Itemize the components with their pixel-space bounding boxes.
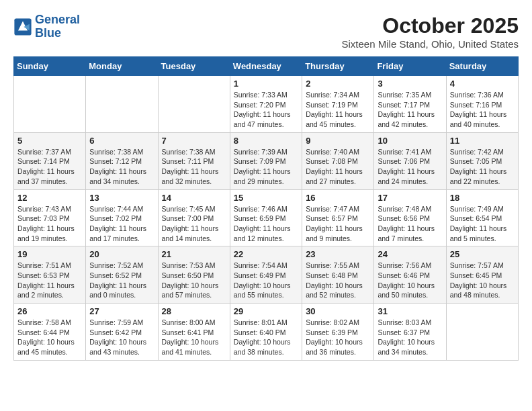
day-number: 8 bbox=[234, 136, 298, 146]
calendar-cell: 2Sunrise: 7:34 AM Sunset: 7:19 PM Daylig… bbox=[302, 76, 374, 133]
day-number: 13 bbox=[89, 193, 154, 203]
calendar-cell: 25Sunrise: 7:57 AM Sunset: 6:45 PM Dayli… bbox=[446, 246, 518, 304]
calendar-cell bbox=[158, 76, 230, 133]
day-info: Sunrise: 7:39 AM Sunset: 7:09 PM Dayligh… bbox=[234, 147, 298, 187]
day-number: 1 bbox=[234, 79, 298, 89]
page-header: General Blue October 2025 Sixteen Mile S… bbox=[13, 13, 519, 50]
week-row-3: 12Sunrise: 7:43 AM Sunset: 7:03 PM Dayli… bbox=[14, 189, 519, 246]
calendar-cell: 15Sunrise: 7:46 AM Sunset: 6:59 PM Dayli… bbox=[230, 189, 302, 246]
day-number: 3 bbox=[378, 79, 442, 89]
title-block: October 2025 Sixteen Mile Stand, Ohio, U… bbox=[342, 13, 519, 50]
day-info: Sunrise: 7:40 AM Sunset: 7:08 PM Dayligh… bbox=[306, 147, 370, 187]
day-info: Sunrise: 7:48 AM Sunset: 6:56 PM Dayligh… bbox=[378, 204, 442, 244]
day-number: 7 bbox=[162, 136, 226, 146]
calendar-cell: 12Sunrise: 7:43 AM Sunset: 7:03 PM Dayli… bbox=[14, 189, 86, 246]
calendar-cell: 24Sunrise: 7:56 AM Sunset: 6:46 PM Dayli… bbox=[374, 246, 446, 304]
day-number: 28 bbox=[162, 306, 226, 316]
logo-line1: General bbox=[35, 13, 80, 26]
location: Sixteen Mile Stand, Ohio, United States bbox=[342, 38, 519, 50]
calendar-cell bbox=[446, 304, 518, 361]
col-header-sunday: Sunday bbox=[14, 57, 86, 76]
calendar-cell: 17Sunrise: 7:48 AM Sunset: 6:56 PM Dayli… bbox=[374, 189, 446, 246]
calendar-cell: 21Sunrise: 7:53 AM Sunset: 6:50 PM Dayli… bbox=[158, 246, 230, 304]
calendar-cell: 27Sunrise: 7:59 AM Sunset: 6:42 PM Dayli… bbox=[86, 304, 158, 361]
day-info: Sunrise: 7:41 AM Sunset: 7:06 PM Dayligh… bbox=[378, 147, 442, 187]
calendar-cell: 8Sunrise: 7:39 AM Sunset: 7:09 PM Daylig… bbox=[230, 132, 302, 189]
day-info: Sunrise: 7:37 AM Sunset: 7:14 PM Dayligh… bbox=[17, 147, 82, 187]
calendar-table: SundayMondayTuesdayWednesdayThursdayFrid… bbox=[13, 56, 519, 361]
calendar-cell: 26Sunrise: 7:58 AM Sunset: 6:44 PM Dayli… bbox=[14, 304, 86, 361]
day-info: Sunrise: 7:56 AM Sunset: 6:46 PM Dayligh… bbox=[378, 261, 442, 300]
calendar-cell: 22Sunrise: 7:54 AM Sunset: 6:49 PM Dayli… bbox=[230, 246, 302, 304]
day-number: 2 bbox=[306, 79, 370, 89]
day-number: 9 bbox=[306, 136, 370, 146]
calendar-cell: 23Sunrise: 7:55 AM Sunset: 6:48 PM Dayli… bbox=[302, 246, 374, 304]
day-info: Sunrise: 7:54 AM Sunset: 6:49 PM Dayligh… bbox=[234, 261, 298, 300]
calendar-cell bbox=[14, 76, 86, 133]
col-header-wednesday: Wednesday bbox=[230, 57, 302, 76]
calendar-cell: 14Sunrise: 7:45 AM Sunset: 7:00 PM Dayli… bbox=[158, 189, 230, 246]
day-number: 21 bbox=[162, 249, 226, 259]
day-info: Sunrise: 7:51 AM Sunset: 6:53 PM Dayligh… bbox=[17, 261, 82, 300]
day-number: 4 bbox=[450, 79, 515, 89]
calendar-cell: 30Sunrise: 8:02 AM Sunset: 6:39 PM Dayli… bbox=[302, 304, 374, 361]
day-info: Sunrise: 7:47 AM Sunset: 6:57 PM Dayligh… bbox=[306, 204, 370, 244]
day-number: 22 bbox=[234, 249, 298, 259]
day-number: 11 bbox=[450, 136, 515, 146]
day-number: 5 bbox=[17, 136, 82, 146]
header-row: SundayMondayTuesdayWednesdayThursdayFrid… bbox=[14, 57, 519, 76]
day-info: Sunrise: 7:38 AM Sunset: 7:11 PM Dayligh… bbox=[162, 147, 226, 187]
day-number: 17 bbox=[378, 193, 442, 203]
day-info: Sunrise: 7:34 AM Sunset: 7:19 PM Dayligh… bbox=[306, 90, 370, 130]
day-number: 29 bbox=[234, 306, 298, 316]
day-number: 20 bbox=[89, 249, 154, 259]
day-info: Sunrise: 7:46 AM Sunset: 6:59 PM Dayligh… bbox=[234, 204, 298, 244]
calendar-cell: 16Sunrise: 7:47 AM Sunset: 6:57 PM Dayli… bbox=[302, 189, 374, 246]
day-info: Sunrise: 7:45 AM Sunset: 7:00 PM Dayligh… bbox=[162, 204, 226, 244]
calendar-cell: 7Sunrise: 7:38 AM Sunset: 7:11 PM Daylig… bbox=[158, 132, 230, 189]
day-info: Sunrise: 7:57 AM Sunset: 6:45 PM Dayligh… bbox=[450, 261, 515, 300]
day-number: 25 bbox=[450, 249, 515, 259]
day-info: Sunrise: 8:02 AM Sunset: 6:39 PM Dayligh… bbox=[306, 318, 370, 357]
logo: General Blue bbox=[13, 13, 80, 40]
day-number: 19 bbox=[17, 249, 82, 259]
week-row-1: 1Sunrise: 7:33 AM Sunset: 7:20 PM Daylig… bbox=[14, 76, 519, 133]
day-number: 24 bbox=[378, 249, 442, 259]
col-header-thursday: Thursday bbox=[302, 57, 374, 76]
day-info: Sunrise: 7:58 AM Sunset: 6:44 PM Dayligh… bbox=[17, 318, 82, 357]
calendar-cell: 18Sunrise: 7:49 AM Sunset: 6:54 PM Dayli… bbox=[446, 189, 518, 246]
day-info: Sunrise: 8:01 AM Sunset: 6:40 PM Dayligh… bbox=[234, 318, 298, 357]
week-row-4: 19Sunrise: 7:51 AM Sunset: 6:53 PM Dayli… bbox=[14, 246, 519, 304]
day-info: Sunrise: 7:35 AM Sunset: 7:17 PM Dayligh… bbox=[378, 90, 442, 130]
col-header-tuesday: Tuesday bbox=[158, 57, 230, 76]
day-info: Sunrise: 8:00 AM Sunset: 6:41 PM Dayligh… bbox=[162, 318, 226, 357]
day-number: 18 bbox=[450, 193, 515, 203]
logo-line2: Blue bbox=[35, 26, 61, 40]
col-header-friday: Friday bbox=[374, 57, 446, 76]
day-number: 23 bbox=[306, 249, 370, 259]
logo-text: General Blue bbox=[35, 13, 80, 40]
calendar-cell: 19Sunrise: 7:51 AM Sunset: 6:53 PM Dayli… bbox=[14, 246, 86, 304]
day-info: Sunrise: 7:53 AM Sunset: 6:50 PM Dayligh… bbox=[162, 261, 226, 300]
calendar-cell: 5Sunrise: 7:37 AM Sunset: 7:14 PM Daylig… bbox=[14, 132, 86, 189]
day-info: Sunrise: 7:49 AM Sunset: 6:54 PM Dayligh… bbox=[450, 204, 515, 244]
day-number: 14 bbox=[162, 193, 226, 203]
day-info: Sunrise: 7:33 AM Sunset: 7:20 PM Dayligh… bbox=[234, 90, 298, 130]
calendar-cell: 11Sunrise: 7:42 AM Sunset: 7:05 PM Dayli… bbox=[446, 132, 518, 189]
day-info: Sunrise: 7:38 AM Sunset: 7:12 PM Dayligh… bbox=[89, 147, 154, 187]
day-number: 12 bbox=[17, 193, 82, 203]
calendar-cell: 29Sunrise: 8:01 AM Sunset: 6:40 PM Dayli… bbox=[230, 304, 302, 361]
col-header-monday: Monday bbox=[86, 57, 158, 76]
day-info: Sunrise: 7:55 AM Sunset: 6:48 PM Dayligh… bbox=[306, 261, 370, 300]
calendar-cell: 13Sunrise: 7:44 AM Sunset: 7:02 PM Dayli… bbox=[86, 189, 158, 246]
day-number: 26 bbox=[17, 306, 82, 316]
day-number: 15 bbox=[234, 193, 298, 203]
day-info: Sunrise: 7:36 AM Sunset: 7:16 PM Dayligh… bbox=[450, 90, 515, 130]
day-number: 16 bbox=[306, 193, 370, 203]
calendar-cell: 9Sunrise: 7:40 AM Sunset: 7:08 PM Daylig… bbox=[302, 132, 374, 189]
day-info: Sunrise: 7:43 AM Sunset: 7:03 PM Dayligh… bbox=[17, 204, 82, 244]
calendar-cell: 20Sunrise: 7:52 AM Sunset: 6:52 PM Dayli… bbox=[86, 246, 158, 304]
col-header-saturday: Saturday bbox=[446, 57, 518, 76]
month-title: October 2025 bbox=[342, 13, 519, 38]
day-info: Sunrise: 7:44 AM Sunset: 7:02 PM Dayligh… bbox=[89, 204, 154, 244]
